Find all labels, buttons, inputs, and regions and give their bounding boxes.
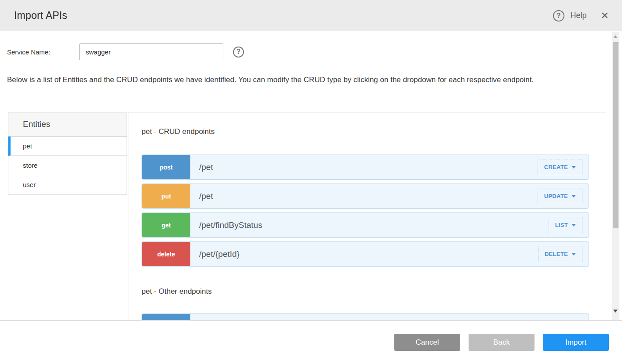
chevron-down-icon	[571, 166, 576, 169]
other-endpoint-rows: post	[142, 314, 589, 321]
method-badge-get: get	[142, 213, 190, 237]
entities-panel: Entities pet store user	[8, 112, 127, 195]
vertical-scrollbar	[612, 32, 619, 321]
endpoint-path: /pet	[190, 191, 538, 201]
help-icon[interactable]: ?	[553, 10, 564, 22]
chevron-down-icon	[571, 195, 576, 198]
dialog-body: Service Name: ? Below is a list of Entit…	[0, 32, 622, 321]
crud-endpoints-heading: pet - CRUD endpoints	[142, 127, 589, 136]
help-link[interactable]: Help	[571, 11, 587, 20]
crud-endpoint-rows: post /pet CREATE put /pet UPDATE	[142, 155, 589, 267]
endpoint-row: post /pet CREATE	[142, 155, 589, 180]
header-actions: ? Help ✕	[553, 10, 609, 22]
crud-type-label: UPDATE	[544, 193, 568, 199]
service-name-label: Service Name:	[7, 48, 79, 56]
other-endpoints-heading: pet - Other endpoints	[142, 287, 589, 296]
crud-type-dropdown[interactable]: DELETE	[538, 246, 582, 262]
endpoint-row: delete /pet/{petId} DELETE	[142, 241, 589, 267]
endpoint-row: put /pet UPDATE	[142, 184, 589, 209]
endpoint-path: /pet/{petId}	[190, 249, 538, 259]
dialog-header: Import APIs ? Help ✕	[0, 0, 622, 31]
scroll-down-arrow-icon[interactable]	[613, 310, 618, 313]
entity-item-user[interactable]: user	[8, 175, 127, 195]
endpoint-row: get /pet/findByStatus LIST	[142, 213, 589, 238]
service-name-input[interactable]	[79, 43, 223, 60]
crud-type-label: LIST	[555, 222, 568, 228]
crud-type-dropdown[interactable]	[561, 320, 582, 321]
method-badge-post: post	[142, 314, 190, 321]
instructions-text: Below is a list of Entities and the CRUD…	[7, 75, 575, 85]
import-button[interactable]: Import	[543, 334, 609, 351]
dialog-title: Import APIs	[14, 10, 67, 22]
crud-type-label: DELETE	[545, 251, 568, 257]
service-help-icon[interactable]: ?	[233, 47, 244, 58]
endpoint-path: /pet/findByStatus	[190, 220, 549, 230]
method-badge-delete: delete	[142, 242, 190, 266]
dialog-footer: Cancel Back Import	[0, 321, 622, 364]
chevron-down-icon	[571, 253, 576, 256]
entity-item-store[interactable]: store	[8, 156, 127, 175]
endpoints-panel: pet - CRUD endpoints post /pet CREATE pu…	[128, 112, 606, 321]
close-icon[interactable]: ✕	[601, 11, 609, 21]
chevron-down-icon	[571, 224, 576, 227]
scrollbar-thumb[interactable]	[613, 42, 618, 228]
service-name-row: Service Name: ?	[7, 43, 244, 60]
entities-title: Entities	[8, 112, 127, 137]
back-button[interactable]: Back	[469, 334, 535, 351]
endpoint-path: /pet	[190, 162, 538, 172]
crud-type-dropdown[interactable]: CREATE	[538, 159, 582, 175]
crud-type-dropdown[interactable]: LIST	[549, 217, 582, 233]
method-badge-put: put	[142, 184, 190, 208]
scroll-up-arrow-icon[interactable]	[613, 35, 618, 38]
import-apis-dialog: Import APIs ? Help ✕ Service Name: ? Bel…	[0, 0, 622, 364]
endpoint-row-partial: post	[142, 314, 589, 321]
crud-type-dropdown[interactable]: UPDATE	[538, 188, 582, 204]
crud-type-label: CREATE	[544, 164, 568, 170]
method-badge-post: post	[142, 155, 190, 179]
cancel-button[interactable]: Cancel	[394, 334, 460, 351]
entity-item-pet[interactable]: pet	[8, 137, 127, 156]
